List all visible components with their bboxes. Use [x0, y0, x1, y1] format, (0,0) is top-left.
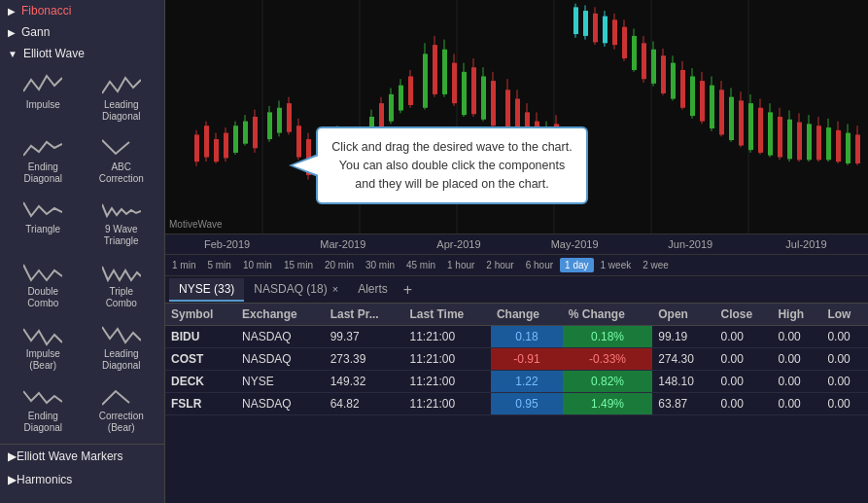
cell-open: 148.10 [652, 371, 714, 393]
table-row[interactable]: BIDU NASDAQ 99.37 11:21:00 0.18 0.18% 99… [165, 326, 868, 348]
cell-exchange: NASDAQ [236, 393, 325, 415]
sidebar-item-harmonics[interactable]: ▶ Harmonics [0, 468, 164, 491]
cell-symbol: COST [165, 348, 236, 371]
tab-nasdaq-close[interactable]: × [332, 283, 338, 295]
date-may: May-2019 [517, 238, 633, 250]
impulse-bear-label: Impulse(Bear) [26, 348, 60, 372]
wave-grid: Impulse LeadingDiagonal EndingDiagonal [0, 64, 164, 442]
time-btn-2hour[interactable]: 2 hour [481, 258, 518, 272]
wave-item-impulse-bear[interactable]: Impulse(Bear) [6, 317, 81, 376]
table-body: BIDU NASDAQ 99.37 11:21:00 0.18 0.18% 99… [165, 326, 868, 415]
cell-low: 0.00 [821, 348, 868, 371]
table-header-row: Symbol Exchange Last Pr... Last Time Cha… [165, 304, 868, 326]
double-combo-icon [23, 259, 62, 286]
cell-open: 99.19 [652, 326, 714, 348]
sidebar: ▶ Fibonacci ▶ Gann ▼ Elliott Wave Impuls… [0, 0, 165, 503]
abc-correction-icon [102, 134, 141, 162]
cell-close: 0.00 [714, 371, 772, 393]
cell-close: 0.00 [714, 348, 772, 371]
triple-combo-icon [102, 259, 141, 286]
9-wave-triangle-icon [102, 197, 141, 224]
elliott-arrow-icon: ▼ [8, 49, 17, 59]
cell-high: 0.00 [772, 393, 821, 415]
table-row[interactable]: COST NASDAQ 273.39 11:21:00 -0.91 -0.33%… [165, 348, 868, 371]
time-axis: 1 min 5 min 10 min 15 min 20 min 30 min … [165, 255, 868, 276]
tab-nasdaq[interactable]: NASDAQ (18) × [244, 278, 348, 302]
time-btn-20min[interactable]: 20 min [320, 258, 359, 272]
tab-add-button[interactable]: + [403, 281, 412, 299]
time-btn-30min[interactable]: 30 min [361, 258, 399, 272]
date-axis: Feb-2019 Mar-2019 Apr-2019 May-2019 Jun-… [165, 234, 868, 255]
time-btn-1week[interactable]: 1 week [596, 258, 637, 272]
watchlist-table: Symbol Exchange Last Pr... Last Time Cha… [165, 304, 868, 415]
wave-item-correction-bear[interactable]: Correction(Bear) [85, 379, 159, 438]
wave-item-leading-diagonal[interactable]: LeadingDiagonal [85, 68, 159, 126]
time-btn-45min[interactable]: 45 min [401, 258, 440, 272]
time-btn-2week[interactable]: 2 wee [638, 258, 674, 272]
tab-nyse-label: NYSE (33) [179, 282, 234, 296]
cell-last-price: 99.37 [325, 326, 404, 348]
sidebar-item-elliott-wave[interactable]: ▼ Elliott Wave [0, 43, 164, 64]
cell-last-price: 64.82 [325, 393, 404, 415]
col-change: Change [491, 304, 563, 326]
time-btn-6hour[interactable]: 6 hour [521, 258, 558, 272]
wave-item-triple-combo[interactable]: TripleCombo [85, 255, 159, 313]
fibonacci-arrow-icon: ▶ [8, 6, 16, 17]
tab-nyse[interactable]: NYSE (33) [169, 278, 244, 302]
wave-item-abc-correction[interactable]: ABCCorrection [85, 130, 159, 189]
cell-high: 0.00 [772, 326, 821, 348]
leading-diagonal-bear-label: LeadingDiagonal [102, 348, 140, 372]
wave-item-9-wave-triangle[interactable]: 9 WaveTriangle [85, 193, 159, 251]
wave-item-leading-diagonal-bear[interactable]: LeadingDiagonal [85, 317, 159, 376]
impulse-icon [23, 72, 62, 99]
cell-change: 0.18 [491, 326, 563, 348]
cell-symbol: BIDU [165, 326, 236, 348]
date-jul: Jul-2019 [748, 238, 864, 250]
wave-item-impulse[interactable]: Impulse [6, 68, 81, 126]
cell-last-price: 273.39 [325, 348, 404, 371]
sidebar-item-elliott-wave-markers[interactable]: ▶ Elliott Wave Markers [0, 444, 164, 468]
chart-area[interactable]: Click and drag the desired wave to the c… [165, 0, 868, 234]
time-btn-1day[interactable]: 1 day [560, 258, 593, 272]
cell-change: 0.95 [491, 393, 563, 415]
cell-pct-change: 0.82% [563, 371, 652, 393]
gann-label: Gann [21, 25, 50, 39]
ending-diagonal-bear-icon [23, 383, 62, 411]
cell-pct-change: -0.33% [563, 348, 652, 371]
cell-low: 0.00 [821, 326, 868, 348]
time-btn-10min[interactable]: 10 min [238, 258, 277, 272]
cell-symbol: DECK [165, 371, 236, 393]
cell-open: 63.87 [652, 393, 714, 415]
wave-item-ending-diagonal-bear[interactable]: EndingDiagonal [6, 379, 81, 438]
cell-change: 1.22 [491, 371, 563, 393]
gann-arrow-icon: ▶ [8, 27, 16, 38]
wave-item-double-combo[interactable]: DoubleCombo [6, 255, 81, 313]
sidebar-item-gann[interactable]: ▶ Gann [0, 21, 164, 43]
elliott-wave-label: Elliott Wave [23, 47, 85, 60]
time-btn-1hour[interactable]: 1 hour [442, 258, 479, 272]
cell-last-time: 11:21:00 [403, 371, 490, 393]
table-row[interactable]: DECK NYSE 149.32 11:21:00 1.22 0.82% 148… [165, 371, 868, 393]
col-low: Low [821, 304, 868, 326]
cell-pct-change: 1.49% [563, 393, 652, 415]
tooltip-arrow-inner [293, 156, 319, 175]
correction-bear-icon [102, 383, 141, 411]
time-btn-5min[interactable]: 5 min [202, 258, 235, 272]
tab-alerts[interactable]: Alerts [348, 278, 398, 302]
cell-low: 0.00 [821, 371, 868, 393]
date-feb: Feb-2019 [169, 238, 285, 250]
time-btn-1min[interactable]: 1 min [167, 258, 200, 272]
cell-high: 0.00 [772, 348, 821, 371]
cell-low: 0.00 [821, 393, 868, 415]
table-row[interactable]: FSLR NASDAQ 64.82 11:21:00 0.95 1.49% 63… [165, 393, 868, 415]
tabs-bar: NYSE (33) NASDAQ (18) × Alerts + [165, 276, 868, 304]
sidebar-item-fibonacci[interactable]: ▶ Fibonacci [0, 0, 164, 21]
date-jun: Jun-2019 [633, 238, 748, 250]
leading-diagonal-icon [102, 72, 141, 99]
cell-change: -0.91 [491, 348, 563, 371]
cell-last-price: 149.32 [325, 371, 404, 393]
time-btn-15min[interactable]: 15 min [279, 258, 318, 272]
cell-exchange: NASDAQ [236, 348, 325, 371]
wave-item-triangle[interactable]: Triangle [6, 193, 81, 251]
wave-item-ending-diagonal[interactable]: EndingDiagonal [6, 130, 81, 189]
